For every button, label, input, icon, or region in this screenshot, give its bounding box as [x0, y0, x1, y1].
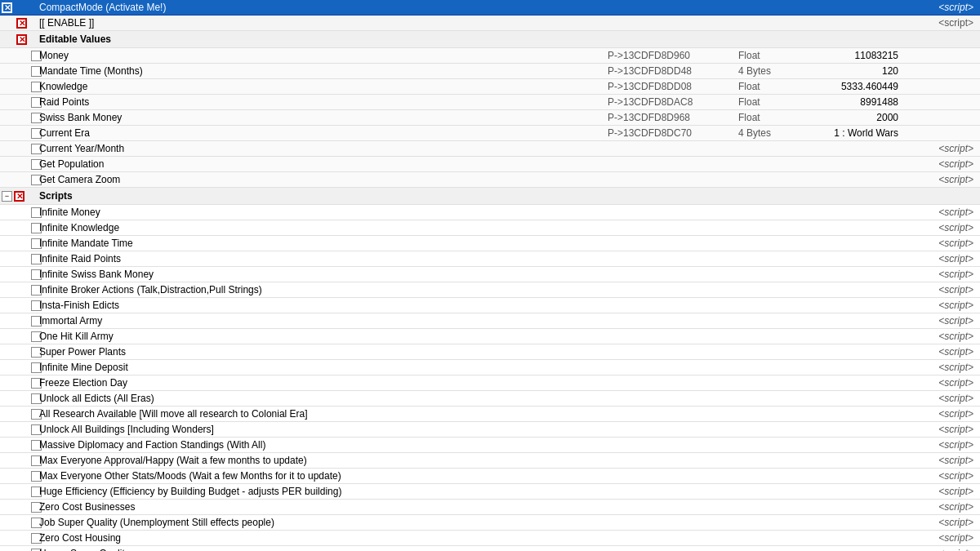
editable-item-value[interactable]: 8991488: [800, 96, 906, 108]
script-item-checkbox-cell[interactable]: [0, 502, 36, 513]
editable-item-row[interactable]: Mandate Time (Months)P->13CDFD8DD484 Byt…: [0, 64, 980, 79]
editable-checkbox[interactable]: ✕: [16, 34, 27, 45]
script-item-row[interactable]: Insta-Finish Edicts<script>: [0, 298, 980, 313]
script-item-row[interactable]: Super Power Plants<script>: [0, 344, 980, 360]
scripts-checkbox[interactable]: ✕: [14, 191, 24, 202]
script-item-checkbox-cell[interactable]: [0, 409, 36, 420]
script-item-row[interactable]: Max Everyone Approval/Happy (Wait a few …: [0, 453, 980, 469]
script-item-row[interactable]: Zero Cost Businesses<script>: [0, 500, 980, 515]
script-item-row[interactable]: Infinite Raid Points<script>: [0, 251, 980, 267]
editable-item-checkbox-cell[interactable]: [0, 159, 36, 170]
script-item-checkbox-cell[interactable]: [0, 378, 36, 389]
editable-item-checkbox-cell[interactable]: [0, 97, 36, 108]
script-item-name: House Super Quality: [36, 548, 604, 551]
editable-item-script: <script>: [906, 174, 980, 185]
script-item-row[interactable]: Job Super Quality (Unemployment Still ef…: [0, 515, 980, 531]
script-item-row[interactable]: Infinite Money<script>: [0, 205, 980, 220]
script-item-row[interactable]: Infinite Mine Deposit<script>: [0, 360, 980, 375]
script-item-row[interactable]: Freeze Election Day<script>: [0, 375, 980, 391]
script-item-script: <script>: [906, 532, 980, 544]
script-item-checkbox-cell[interactable]: [0, 533, 36, 544]
script-item-row[interactable]: House Super Quality<script>: [0, 546, 980, 551]
script-item-row[interactable]: Huge Efficiency (Efficiency by Building …: [0, 484, 980, 500]
script-item-row[interactable]: Max Everyone Other Stats/Moods (Wait a f…: [0, 469, 980, 484]
compact-mode-script: <script>: [932, 2, 980, 13]
editable-item-value[interactable]: 5333.460449: [800, 81, 906, 92]
script-item-checkbox-cell[interactable]: [0, 300, 36, 311]
editable-item-row[interactable]: Swiss Bank MoneyP->13CDFD8D968Float2000: [0, 110, 980, 126]
editable-item-row[interactable]: Current EraP->13CDFD8DC704 Bytes1 : Worl…: [0, 126, 980, 141]
editable-item-checkbox-cell[interactable]: [0, 66, 36, 77]
scripts-expand-icon[interactable]: −: [2, 191, 12, 202]
editable-item-row[interactable]: KnowledgeP->13CDFD8DD08Float5333.460449: [0, 79, 980, 95]
script-item-checkbox-cell[interactable]: [0, 223, 36, 233]
script-item-row[interactable]: Unlock all Edicts (All Eras)<script>: [0, 391, 980, 407]
script-item-checkbox-cell[interactable]: [0, 285, 36, 295]
enable-checkbox-cell[interactable]: ✕: [0, 18, 36, 29]
script-item-row[interactable]: Zero Cost Housing<script>: [0, 531, 980, 546]
script-item-checkbox-cell[interactable]: [0, 549, 36, 552]
script-item-script: <script>: [906, 269, 980, 280]
script-item-name: One Hit Kill Army: [36, 331, 604, 342]
script-item-checkbox-cell[interactable]: [0, 269, 36, 280]
editable-item-checkbox-cell[interactable]: [0, 128, 36, 139]
script-item-name: Huge Efficiency (Efficiency by Building …: [36, 486, 604, 497]
editable-item-checkbox-cell[interactable]: [0, 113, 36, 123]
script-item-script: <script>: [906, 207, 980, 218]
script-item-name: Infinite Raid Points: [36, 253, 604, 264]
script-item-checkbox-cell[interactable]: [0, 331, 36, 342]
editable-item-row[interactable]: Get Population<script>: [0, 157, 980, 172]
enable-script: <script>: [906, 17, 980, 29]
script-item-checkbox-cell[interactable]: [0, 487, 36, 497]
script-item-checkbox-cell[interactable]: [0, 455, 36, 466]
script-item-script: <script>: [906, 284, 980, 295]
editable-item-row[interactable]: MoneyP->13CDFD8D960Float11083215: [0, 48, 980, 64]
script-item-checkbox-cell[interactable]: [0, 362, 36, 373]
enable-checkbox[interactable]: ✕: [16, 18, 27, 29]
script-item-checkbox-cell[interactable]: [0, 393, 36, 404]
script-item-row[interactable]: Infinite Knowledge<script>: [0, 220, 980, 236]
editable-item-row[interactable]: Raid PointsP->13CDFD8DAC8Float8991488: [0, 95, 980, 110]
script-item-row[interactable]: Massive Diplomacy and Faction Standings …: [0, 438, 980, 453]
editable-item-value[interactable]: 2000: [800, 112, 906, 123]
script-item-checkbox-cell[interactable]: [0, 471, 36, 482]
editable-checkbox-cell[interactable]: ✕: [0, 34, 36, 45]
editable-item-value[interactable]: 11083215: [800, 50, 906, 61]
script-item-checkbox-cell[interactable]: [0, 347, 36, 358]
script-item-script: <script>: [906, 300, 980, 311]
compact-mode-checkbox-cell[interactable]: ✕: [0, 2, 36, 13]
editable-item-checkbox-cell[interactable]: [0, 175, 36, 185]
editable-item-value[interactable]: 120: [800, 65, 906, 77]
editable-item-checkbox-cell[interactable]: [0, 144, 36, 154]
script-item-checkbox-cell[interactable]: [0, 316, 36, 327]
script-item-checkbox-cell[interactable]: [0, 207, 36, 218]
script-item-row[interactable]: All Research Available [Will move all re…: [0, 407, 980, 422]
editable-item-checkbox-cell[interactable]: [0, 82, 36, 92]
editable-item-row[interactable]: Get Camera Zoom<script>: [0, 172, 980, 188]
editable-item-value[interactable]: 1 : World Wars: [800, 127, 906, 139]
script-item-script: <script>: [906, 424, 980, 435]
script-item-checkbox-cell[interactable]: [0, 518, 36, 528]
script-item-name: Infinite Swiss Bank Money: [36, 269, 604, 280]
script-item-checkbox-cell[interactable]: [0, 424, 36, 435]
editable-item-type: Float: [735, 96, 800, 108]
script-item-checkbox-cell[interactable]: [0, 440, 36, 451]
script-item-row[interactable]: Unlock All Buildings [Including Wonders]…: [0, 422, 980, 438]
script-item-row[interactable]: Infinite Swiss Bank Money<script>: [0, 267, 980, 282]
compact-mode-checkbox[interactable]: ✕: [2, 2, 12, 13]
script-item-checkbox-cell[interactable]: [0, 254, 36, 264]
script-item-name: All Research Available [Will move all re…: [36, 408, 604, 420]
script-item-row[interactable]: Infinite Broker Actions (Talk,Distractio…: [0, 282, 980, 298]
scripts-section-row: − ✕ Scripts: [0, 188, 980, 205]
editable-item-row[interactable]: Current Year/Month<script>: [0, 141, 980, 157]
script-item-script: <script>: [906, 455, 980, 466]
script-item-row[interactable]: One Hit Kill Army<script>: [0, 329, 980, 344]
script-item-row[interactable]: Immortal Army<script>: [0, 313, 980, 329]
compact-mode-row[interactable]: ✕ CompactMode (Activate Me!) <script>: [0, 0, 980, 16]
enable-row[interactable]: ✕ [[ ENABLE ]] <script>: [0, 16, 980, 31]
editable-item-name: Mandate Time (Months): [36, 65, 604, 77]
scripts-tree-cell[interactable]: − ✕: [0, 191, 36, 202]
script-item-row[interactable]: Infinite Mandate Time<script>: [0, 236, 980, 251]
script-item-checkbox-cell[interactable]: [0, 238, 36, 249]
editable-item-checkbox-cell[interactable]: [0, 51, 36, 61]
